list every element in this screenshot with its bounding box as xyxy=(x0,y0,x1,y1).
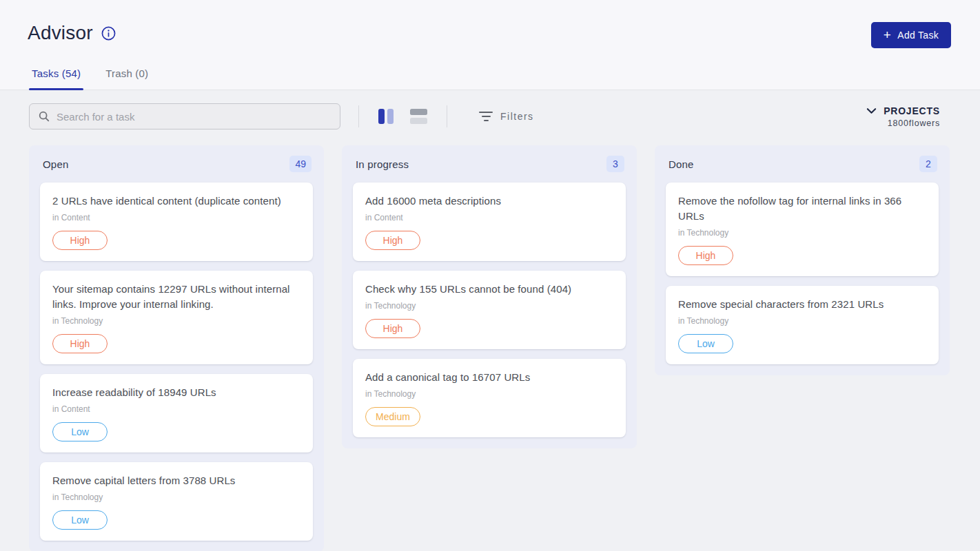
task-title: 2 URLs have identical content (duplicate… xyxy=(52,194,300,209)
priority-badge: Low xyxy=(52,510,108,530)
projects-label: PROJECTS xyxy=(884,105,940,116)
priority-badge: High xyxy=(365,231,420,250)
divider xyxy=(447,105,447,127)
plus-icon: + xyxy=(884,28,891,41)
filter-icon xyxy=(479,112,493,121)
column-header: In progress 3 xyxy=(353,156,626,172)
task-card[interactable]: Increase readability of 18949 URLs in Co… xyxy=(40,374,313,453)
priority-badge: High xyxy=(52,334,108,353)
task-category: in Technology xyxy=(365,300,613,312)
chevron-down-icon xyxy=(866,107,877,114)
column-title: Done xyxy=(668,158,694,170)
search-icon xyxy=(38,110,50,123)
priority-badge: Low xyxy=(678,334,733,353)
priority-badge: High xyxy=(365,319,420,338)
task-title: Your sitemap contains 12297 URLs without… xyxy=(52,282,300,312)
column-count-badge: 2 xyxy=(919,156,937,172)
task-category: in Technology xyxy=(678,227,926,239)
board-column: In progress 3 Add 16000 meta description… xyxy=(342,145,637,448)
task-title: Remove capital letters from 3788 URLs xyxy=(52,473,300,488)
list-view-icon[interactable] xyxy=(409,107,429,125)
task-title: Add a canonical tag to 16707 URLs xyxy=(365,370,613,385)
kanban-view-icon[interactable] xyxy=(377,107,395,125)
task-category: in Technology xyxy=(52,315,300,327)
task-card[interactable]: Add a canonical tag to 16707 URLs in Tec… xyxy=(353,359,626,437)
column-count-badge: 3 xyxy=(606,156,624,172)
selected-project-name: 1800flowers xyxy=(888,118,940,128)
add-task-button[interactable]: + Add Task xyxy=(871,22,951,48)
task-card[interactable]: Add 16000 meta descriptions in Content H… xyxy=(353,183,626,261)
column-title: Open xyxy=(43,158,69,170)
task-title: Add 16000 meta descriptions xyxy=(365,194,613,209)
search-box[interactable] xyxy=(29,103,340,129)
filters-button[interactable]: Filters xyxy=(479,111,534,122)
column-header: Done 2 xyxy=(666,156,939,172)
task-category: in Content xyxy=(52,403,300,415)
info-icon[interactable] xyxy=(101,26,116,41)
page-title: Advisor xyxy=(28,22,93,44)
task-title: Remove the nofollow tag for internal lin… xyxy=(678,194,926,224)
task-card[interactable]: 2 URLs have identical content (duplicate… xyxy=(40,183,313,261)
divider xyxy=(358,105,359,127)
task-category: in Content xyxy=(52,211,300,224)
column-count-badge: 49 xyxy=(289,156,312,172)
task-title: Increase readability of 18949 URLs xyxy=(52,385,300,400)
tab-tasks[interactable]: Tasks (54) xyxy=(32,67,81,90)
task-title: Check why 155 URLs cannot be found (404) xyxy=(365,282,613,297)
projects-dropdown[interactable]: PROJECTS 1800flowers xyxy=(866,105,940,128)
priority-badge: High xyxy=(678,246,733,265)
priority-badge: High xyxy=(52,231,108,250)
task-card[interactable]: Remove special characters from 2321 URLs… xyxy=(666,286,939,364)
priority-badge: Medium xyxy=(365,407,420,426)
task-title: Remove special characters from 2321 URLs xyxy=(678,297,926,312)
toolbar: Filters PROJECTS 1800flowers xyxy=(0,90,980,129)
board-column: Done 2 Remove the nofollow tag for inter… xyxy=(655,145,950,375)
card-list: Remove the nofollow tag for internal lin… xyxy=(666,183,939,364)
column-header: Open 49 xyxy=(40,156,313,172)
search-input[interactable] xyxy=(57,111,331,123)
task-category: in Technology xyxy=(678,315,926,327)
priority-badge: Low xyxy=(52,422,108,441)
task-card[interactable]: Your sitemap contains 12297 URLs without… xyxy=(40,271,313,364)
tab-trash[interactable]: Trash (0) xyxy=(105,67,148,90)
tab-bar: Tasks (54) Trash (0) xyxy=(0,67,980,90)
card-list: Add 16000 meta descriptions in Content H… xyxy=(353,183,626,437)
board: Open 49 2 URLs have identical content (d… xyxy=(0,145,980,551)
task-card[interactable]: Check why 155 URLs cannot be found (404)… xyxy=(353,271,626,349)
header-section: Advisor + Add Task Tasks (54) Trash (0) xyxy=(0,0,980,90)
board-column: Open 49 2 URLs have identical content (d… xyxy=(29,145,324,551)
filters-label: Filters xyxy=(500,111,534,122)
task-card[interactable]: Remove capital letters from 3788 URLs in… xyxy=(40,462,313,541)
task-card[interactable]: Remove the nofollow tag for internal lin… xyxy=(666,183,939,276)
column-title: In progress xyxy=(356,158,409,170)
task-category: in Technology xyxy=(365,388,613,400)
card-list: 2 URLs have identical content (duplicate… xyxy=(40,183,313,541)
task-category: in Content xyxy=(365,211,613,224)
add-task-label: Add Task xyxy=(897,30,939,41)
task-category: in Technology xyxy=(52,491,300,503)
